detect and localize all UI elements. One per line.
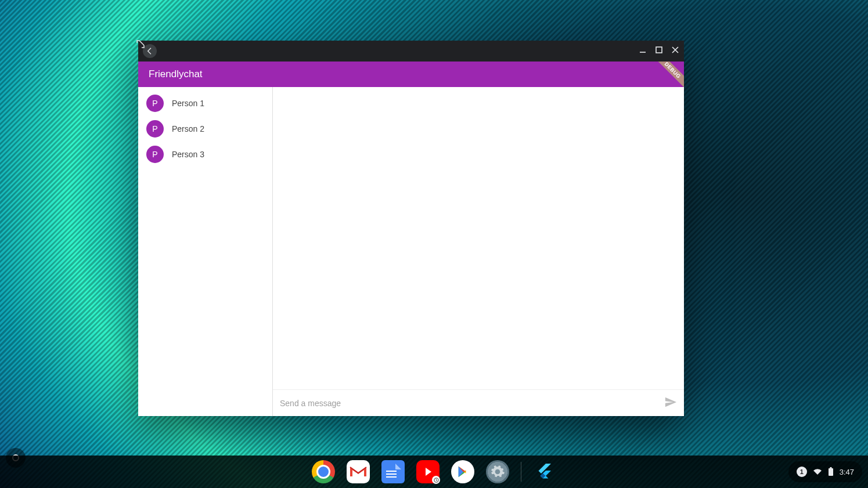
status-tray[interactable]: 1 3:47 xyxy=(788,461,862,482)
shelf-app-flutter[interactable] xyxy=(533,460,556,483)
shelf-app-docs[interactable] xyxy=(381,460,405,483)
message-input[interactable] xyxy=(280,399,658,408)
shelf-divider xyxy=(521,462,521,482)
close-button[interactable] xyxy=(671,46,679,56)
app-window: Friendlychat DEBUG P Person 1 P Person 2… xyxy=(138,41,684,416)
window-titlebar[interactable] xyxy=(138,41,684,62)
app-bar: Friendlychat DEBUG xyxy=(138,62,684,87)
contact-name: Person 3 xyxy=(172,150,204,159)
svg-rect-3 xyxy=(830,467,831,468)
contacts-sidebar: P Person 1 P Person 2 P Person 3 xyxy=(138,87,273,416)
contact-name: Person 1 xyxy=(172,99,204,108)
chat-pane xyxy=(273,87,684,416)
desktop-wallpaper: Friendlychat DEBUG P Person 1 P Person 2… xyxy=(0,0,868,488)
minimize-button[interactable] xyxy=(639,46,647,56)
clock: 3:47 xyxy=(840,468,854,476)
svg-rect-0 xyxy=(656,47,662,53)
shelf-app-gmail[interactable] xyxy=(347,460,370,483)
message-list[interactable] xyxy=(273,87,684,389)
app-title: Friendlychat xyxy=(149,68,203,80)
contact-name: Person 2 xyxy=(172,124,204,133)
battery-icon xyxy=(828,467,834,476)
shelf-app-chrome[interactable] xyxy=(312,460,335,483)
shelf-app-settings[interactable] xyxy=(486,460,509,483)
wifi-icon xyxy=(813,468,822,475)
flutter-icon xyxy=(535,462,554,481)
notification-count-badge: 1 xyxy=(797,467,807,477)
youtube-badge-icon xyxy=(432,476,440,484)
debug-ribbon: DEBUG xyxy=(649,62,684,87)
svg-rect-2 xyxy=(829,468,833,476)
shelf-app-youtube[interactable] xyxy=(416,460,440,483)
contact-item[interactable]: P Person 3 xyxy=(138,142,272,167)
avatar: P xyxy=(146,95,164,112)
contact-item[interactable]: P Person 1 xyxy=(138,91,272,116)
avatar: P xyxy=(146,120,164,138)
shelf: 1 3:47 xyxy=(0,456,868,488)
avatar: P xyxy=(146,146,164,163)
send-button[interactable] xyxy=(664,396,677,411)
shelf-app-play-store[interactable] xyxy=(451,460,474,483)
window-resize-handle-icon[interactable] xyxy=(136,39,145,51)
send-icon xyxy=(664,396,677,409)
gmail-icon xyxy=(350,465,367,478)
contact-item[interactable]: P Person 2 xyxy=(138,116,272,142)
maximize-button[interactable] xyxy=(655,46,663,56)
gear-icon xyxy=(490,464,505,479)
message-composer xyxy=(273,389,684,416)
play-store-icon xyxy=(456,465,469,478)
